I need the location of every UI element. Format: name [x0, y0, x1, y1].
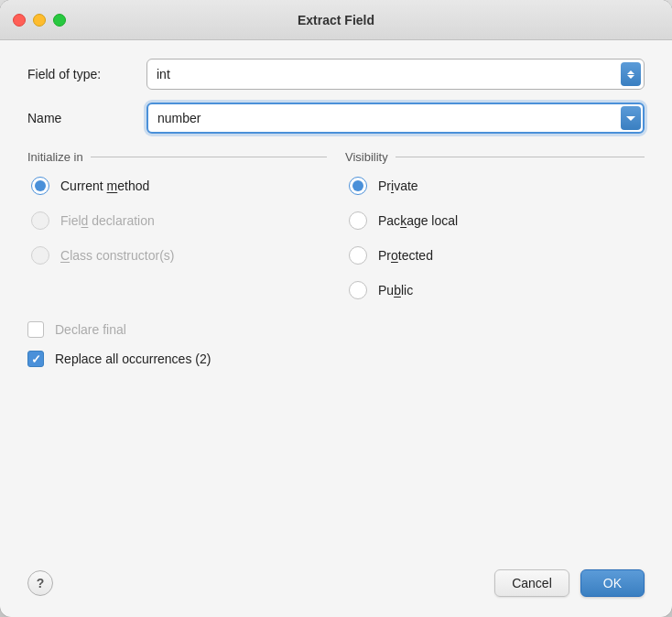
- ok-button[interactable]: OK: [580, 569, 645, 597]
- replace-all-label: Replace all occurrences (2): [55, 352, 211, 366]
- initialize-in-header: Initialize in: [27, 150, 327, 164]
- initialize-in-divider: [91, 157, 327, 157]
- declare-final-label: Declare final: [55, 322, 126, 337]
- radio-private-label: Private: [378, 179, 418, 193]
- initialize-in-radio-group: Current method Field declaration Class c…: [27, 177, 327, 265]
- radio-field-declaration-label: Field declaration: [60, 213, 155, 228]
- field-of-type-wrapper: int: [146, 59, 645, 90]
- field-of-type-label: Field of type:: [27, 67, 137, 81]
- field-of-type-row: Field of type: int: [27, 59, 645, 90]
- radio-public[interactable]: Public: [349, 281, 645, 299]
- footer-buttons: Cancel OK: [494, 569, 645, 597]
- radio-protected-label: Protected: [378, 248, 433, 263]
- visibility-radio-group: Private Package local Protected Public: [345, 177, 645, 299]
- stepper-up-icon: [627, 70, 634, 74]
- visibility-divider: [396, 157, 645, 157]
- replace-all-checkbox[interactable]: [27, 351, 44, 367]
- radio-public-indicator: [349, 281, 367, 299]
- radio-package-local-indicator: [349, 211, 367, 230]
- radio-class-constructor-label: Class constructor(s): [60, 248, 174, 263]
- dialog-footer: ? Cancel OK: [0, 557, 672, 617]
- close-button[interactable]: [13, 14, 26, 27]
- chevron-down-icon: [626, 116, 635, 121]
- window-controls: [13, 14, 66, 27]
- radio-current-method[interactable]: Current method: [31, 177, 327, 195]
- stepper-down-icon: [627, 75, 634, 79]
- minimize-button[interactable]: [33, 14, 46, 27]
- radio-package-local-label: Package local: [378, 213, 458, 228]
- name-dropdown-button[interactable]: [621, 106, 641, 130]
- initialize-in-section: Initialize in Current method Field decla…: [27, 150, 327, 299]
- field-of-type-select[interactable]: int: [146, 59, 645, 90]
- declare-final-item[interactable]: Declare final: [27, 321, 645, 338]
- extract-field-dialog: Extract Field Field of type: int Name: [0, 0, 672, 617]
- cancel-button[interactable]: Cancel: [494, 569, 569, 597]
- radio-field-declaration-indicator: [31, 211, 49, 230]
- radio-class-constructor[interactable]: Class constructor(s): [31, 246, 327, 265]
- radio-package-local[interactable]: Package local: [349, 211, 645, 230]
- help-button[interactable]: ?: [27, 570, 53, 596]
- name-row: Name: [27, 103, 645, 134]
- dialog-content: Field of type: int Name: [0, 40, 672, 557]
- radio-protected[interactable]: Protected: [349, 246, 645, 265]
- name-input[interactable]: [146, 103, 645, 134]
- visibility-section: Visibility Private Package local Prote: [345, 150, 645, 299]
- titlebar: Extract Field: [0, 0, 672, 40]
- radio-field-declaration[interactable]: Field declaration: [31, 211, 327, 230]
- radio-protected-indicator: [349, 246, 367, 265]
- radio-public-label: Public: [378, 283, 413, 298]
- visibility-title: Visibility: [345, 150, 388, 164]
- radio-private[interactable]: Private: [349, 177, 645, 195]
- radio-private-indicator: [349, 177, 367, 195]
- radio-current-method-indicator: [31, 177, 49, 195]
- declare-final-checkbox[interactable]: [27, 321, 44, 338]
- radio-class-constructor-indicator: [31, 246, 49, 265]
- field-type-stepper[interactable]: [621, 62, 641, 86]
- visibility-header: Visibility: [345, 150, 645, 164]
- sections-row: Initialize in Current method Field decla…: [27, 150, 645, 299]
- bottom-options: Declare final Replace all occurrences (2…: [27, 321, 645, 367]
- maximize-button[interactable]: [53, 14, 66, 27]
- replace-all-item[interactable]: Replace all occurrences (2): [27, 351, 645, 367]
- radio-current-method-label: Current method: [60, 179, 149, 193]
- name-input-wrapper: [146, 103, 645, 134]
- dialog-title: Extract Field: [298, 13, 374, 27]
- initialize-in-title: Initialize in: [27, 150, 83, 164]
- name-label: Name: [27, 111, 137, 125]
